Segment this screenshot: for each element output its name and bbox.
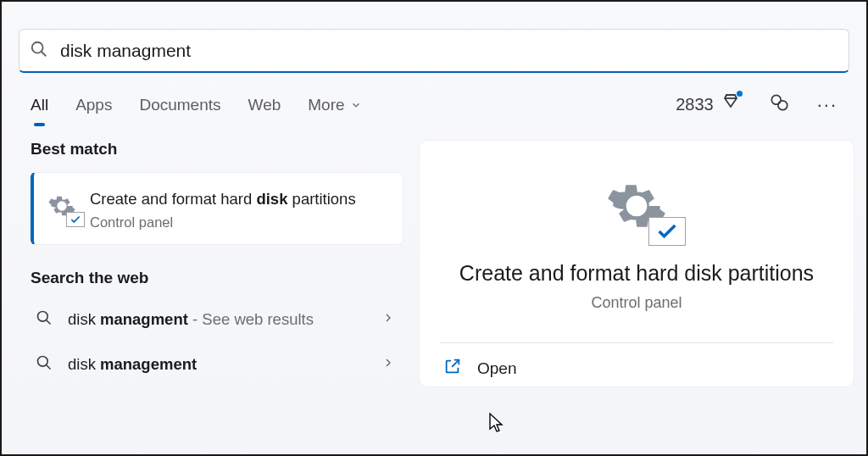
detail-subtitle: Control panel xyxy=(591,294,682,312)
best-match-result[interactable]: Create and format hard disk partitions C… xyxy=(31,172,403,245)
svg-line-1 xyxy=(42,51,47,56)
tab-documents[interactable]: Documents xyxy=(139,96,220,126)
control-panel-icon-large xyxy=(603,175,670,237)
open-action[interactable]: Open xyxy=(440,357,516,380)
tab-all[interactable]: All xyxy=(31,96,48,126)
external-link-icon xyxy=(443,357,462,380)
more-options-icon[interactable]: ··· xyxy=(817,94,837,128)
best-match-header: Best match xyxy=(31,140,403,158)
search-input[interactable] xyxy=(60,41,838,61)
mouse-cursor xyxy=(488,412,505,434)
search-icon xyxy=(30,40,48,62)
svg-point-4 xyxy=(38,311,48,321)
chat-icon[interactable] xyxy=(768,92,790,130)
web-result-item[interactable]: disk management xyxy=(31,342,403,387)
tab-apps[interactable]: Apps xyxy=(75,96,112,126)
tab-web[interactable]: Web xyxy=(248,96,281,126)
rewards-points[interactable]: 2833 xyxy=(676,92,741,129)
divider xyxy=(440,342,833,343)
search-icon xyxy=(36,354,53,375)
search-web-header: Search the web xyxy=(31,269,403,287)
detail-panel: Create and format hard disk partitions C… xyxy=(419,140,854,387)
chevron-right-icon xyxy=(381,310,395,329)
detail-title: Create and format hard disk partitions xyxy=(459,261,814,286)
best-match-title: Create and format hard disk partitions xyxy=(90,188,356,211)
svg-line-7 xyxy=(47,364,51,369)
tab-more[interactable]: More xyxy=(308,96,361,126)
svg-line-5 xyxy=(47,320,51,324)
control-panel-icon xyxy=(47,192,76,220)
web-result-label: disk managment - See web results xyxy=(68,310,366,329)
best-match-subtitle: Control panel xyxy=(90,214,356,231)
svg-point-0 xyxy=(32,42,43,53)
rewards-icon xyxy=(721,92,741,117)
points-value: 2833 xyxy=(676,95,714,114)
svg-point-3 xyxy=(778,101,787,110)
svg-point-6 xyxy=(38,356,48,366)
web-result-label: disk management xyxy=(68,355,366,374)
chevron-down-icon xyxy=(350,99,362,111)
search-box[interactable] xyxy=(19,29,849,73)
tab-more-label: More xyxy=(308,96,344,114)
web-result-item[interactable]: disk managment - See web results xyxy=(31,298,403,342)
chevron-right-icon xyxy=(381,355,395,374)
search-icon xyxy=(36,309,53,331)
open-label: Open xyxy=(477,359,516,378)
filter-tabs: All Apps Documents Web More 2833 ··· xyxy=(2,73,866,130)
